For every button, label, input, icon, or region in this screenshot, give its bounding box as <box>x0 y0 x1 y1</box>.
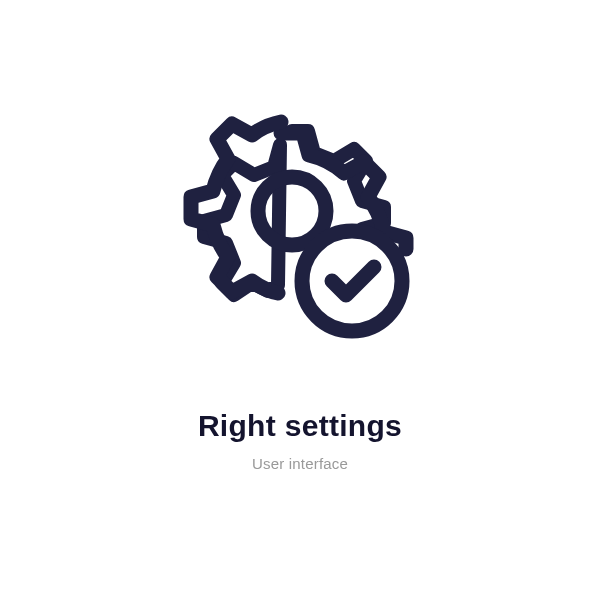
icon-title: Right settings <box>198 409 402 443</box>
icon-subtitle: User interface <box>252 455 348 472</box>
right-settings-icon <box>180 109 420 349</box>
